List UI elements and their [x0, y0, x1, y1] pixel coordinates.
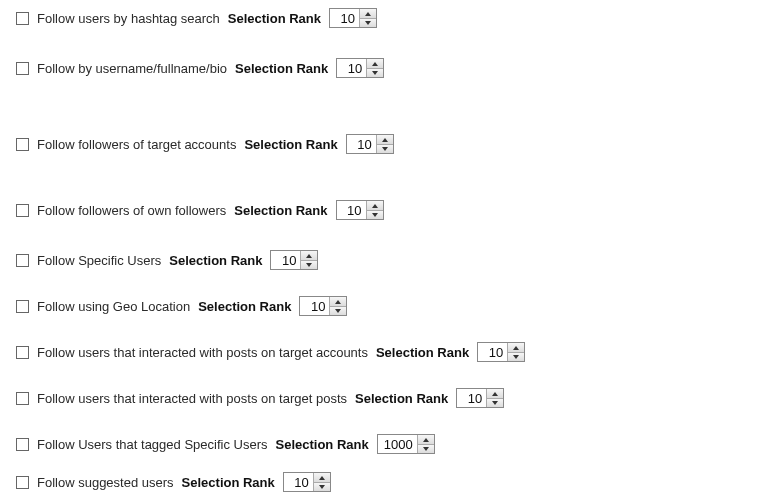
- spinner-up-icon[interactable]: [418, 435, 434, 444]
- checkbox-suggested-users[interactable]: [16, 476, 29, 489]
- svg-marker-2: [372, 62, 378, 66]
- selection-rank-label: Selection Rank: [275, 437, 368, 452]
- spinner-up-icon[interactable]: [367, 201, 383, 210]
- checkbox-followers-own[interactable]: [16, 204, 29, 217]
- rank-value[interactable]: 10: [300, 297, 330, 315]
- rank-stepper-tagged-specific[interactable]: 1000: [377, 434, 435, 454]
- rank-stepper-username-bio[interactable]: 10: [336, 58, 384, 78]
- rank-stepper-interacted-posts[interactable]: 10: [456, 388, 504, 408]
- rank-stepper-followers-target[interactable]: 10: [346, 134, 394, 154]
- checkbox-specific-users[interactable]: [16, 254, 29, 267]
- option-row-interacted-accounts: Follow users that interacted with posts …: [16, 342, 752, 362]
- spinner: [367, 59, 383, 77]
- svg-marker-5: [382, 147, 388, 151]
- option-label-username-bio: Follow by username/fullname/bio: [37, 61, 227, 76]
- option-label-hashtag-search: Follow users by hashtag search: [37, 11, 220, 26]
- checkbox-interacted-posts[interactable]: [16, 392, 29, 405]
- checkbox-followers-target[interactable]: [16, 138, 29, 151]
- spinner-up-icon[interactable]: [301, 251, 317, 260]
- option-row-suggested-users: Follow suggested usersSelection Rank10: [16, 472, 752, 492]
- spinner: [360, 9, 376, 27]
- spinner-down-icon[interactable]: [301, 260, 317, 269]
- spinner: [487, 389, 503, 407]
- rank-stepper-interacted-accounts[interactable]: 10: [477, 342, 525, 362]
- rank-value[interactable]: 10: [337, 59, 367, 77]
- rank-value[interactable]: 1000: [378, 435, 418, 453]
- option-label-specific-users: Follow Specific Users: [37, 253, 161, 268]
- spinner-down-icon[interactable]: [377, 144, 393, 153]
- option-row-followers-target: Follow followers of target accountsSelec…: [16, 134, 752, 154]
- spinner: [330, 297, 346, 315]
- spinner-down-icon[interactable]: [314, 482, 330, 491]
- svg-marker-11: [335, 309, 341, 313]
- spinner-up-icon[interactable]: [487, 389, 503, 398]
- option-label-followers-own: Follow followers of own followers: [37, 203, 226, 218]
- option-row-username-bio: Follow by username/fullname/bioSelection…: [16, 58, 752, 78]
- spinner: [301, 251, 317, 269]
- svg-marker-19: [319, 485, 325, 489]
- selection-rank-label: Selection Rank: [169, 253, 262, 268]
- rank-value[interactable]: 10: [347, 135, 377, 153]
- spinner-up-icon[interactable]: [377, 135, 393, 144]
- spinner-up-icon[interactable]: [367, 59, 383, 68]
- rank-value[interactable]: 10: [284, 473, 314, 491]
- option-row-hashtag-search: Follow users by hashtag searchSelection …: [16, 8, 752, 28]
- selection-rank-label: Selection Rank: [235, 61, 328, 76]
- rank-stepper-followers-own[interactable]: 10: [336, 200, 384, 220]
- svg-marker-15: [492, 401, 498, 405]
- selection-rank-label: Selection Rank: [182, 475, 275, 490]
- svg-marker-12: [513, 346, 519, 350]
- svg-marker-17: [423, 447, 429, 451]
- option-row-tagged-specific: Follow Users that tagged Specific UsersS…: [16, 434, 752, 454]
- checkbox-tagged-specific[interactable]: [16, 438, 29, 451]
- rank-stepper-suggested-users[interactable]: 10: [283, 472, 331, 492]
- selection-rank-label: Selection Rank: [376, 345, 469, 360]
- option-label-tagged-specific: Follow Users that tagged Specific Users: [37, 437, 267, 452]
- option-row-followers-own: Follow followers of own followersSelecti…: [16, 200, 752, 220]
- rank-value[interactable]: 10: [457, 389, 487, 407]
- checkbox-hashtag-search[interactable]: [16, 12, 29, 25]
- selection-rank-label: Selection Rank: [355, 391, 448, 406]
- spinner-down-icon[interactable]: [367, 68, 383, 77]
- selection-rank-label: Selection Rank: [234, 203, 327, 218]
- option-label-geo-location: Follow using Geo Location: [37, 299, 190, 314]
- svg-marker-6: [372, 204, 378, 208]
- option-row-interacted-posts: Follow users that interacted with posts …: [16, 388, 752, 408]
- rank-value[interactable]: 10: [271, 251, 301, 269]
- rank-value[interactable]: 10: [337, 201, 367, 219]
- spinner: [367, 201, 383, 219]
- spinner: [377, 135, 393, 153]
- svg-marker-18: [319, 476, 325, 480]
- option-label-suggested-users: Follow suggested users: [37, 475, 174, 490]
- svg-marker-8: [306, 254, 312, 258]
- spinner-up-icon[interactable]: [330, 297, 346, 306]
- selection-rank-label: Selection Rank: [228, 11, 321, 26]
- checkbox-interacted-accounts[interactable]: [16, 346, 29, 359]
- rank-stepper-hashtag-search[interactable]: 10: [329, 8, 377, 28]
- svg-marker-7: [372, 213, 378, 217]
- spinner-down-icon[interactable]: [418, 444, 434, 453]
- checkbox-geo-location[interactable]: [16, 300, 29, 313]
- checkbox-username-bio[interactable]: [16, 62, 29, 75]
- option-label-interacted-posts: Follow users that interacted with posts …: [37, 391, 347, 406]
- rank-stepper-specific-users[interactable]: 10: [270, 250, 318, 270]
- selection-rank-label: Selection Rank: [244, 137, 337, 152]
- option-row-specific-users: Follow Specific UsersSelection Rank10: [16, 250, 752, 270]
- spinner-up-icon[interactable]: [314, 473, 330, 482]
- spinner-down-icon[interactable]: [330, 306, 346, 315]
- spinner: [418, 435, 434, 453]
- svg-marker-9: [306, 263, 312, 267]
- rank-stepper-geo-location[interactable]: 10: [299, 296, 347, 316]
- rank-value[interactable]: 10: [478, 343, 508, 361]
- spinner-down-icon[interactable]: [367, 210, 383, 219]
- spinner-down-icon[interactable]: [487, 398, 503, 407]
- spinner-down-icon[interactable]: [360, 18, 376, 27]
- spinner-down-icon[interactable]: [508, 352, 524, 361]
- spinner: [314, 473, 330, 491]
- svg-marker-14: [492, 392, 498, 396]
- rank-value[interactable]: 10: [330, 9, 360, 27]
- svg-marker-13: [513, 355, 519, 359]
- spinner-up-icon[interactable]: [360, 9, 376, 18]
- spinner-up-icon[interactable]: [508, 343, 524, 352]
- svg-marker-0: [365, 12, 371, 16]
